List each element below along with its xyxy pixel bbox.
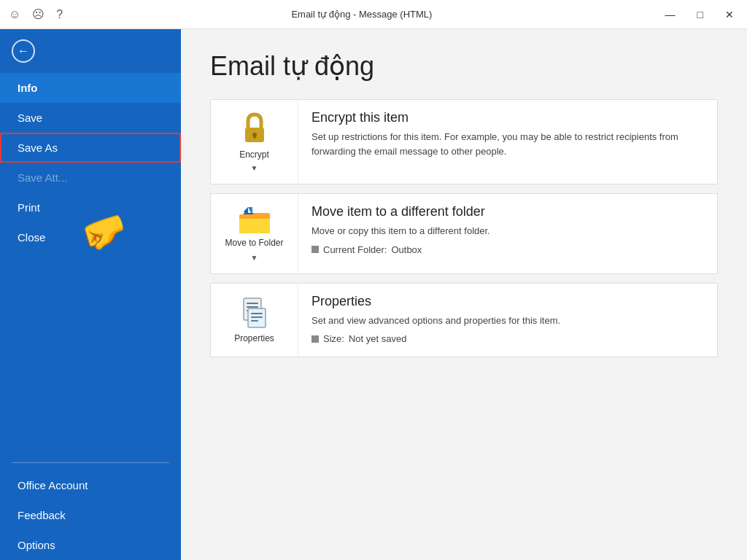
sidebar-item-save-att: Save Att... (0, 163, 181, 192)
svg-rect-8 (247, 306, 258, 308)
size-label: Size: (323, 333, 344, 344)
size-value: Not yet saved (349, 333, 407, 344)
meta-square-icon-2 (311, 335, 319, 343)
move-to-folder-card: Move to Folder ▼ Move item to a differen… (210, 193, 718, 274)
back-circle-icon: ← (12, 39, 35, 63)
sidebar-divider (12, 462, 169, 463)
properties-card-text: Properties Set and view advanced options… (298, 284, 717, 355)
svg-rect-12 (251, 316, 263, 318)
sidebar-item-save[interactable]: Save (0, 103, 181, 133)
sidebar-item-options[interactable]: Options (0, 530, 181, 560)
current-folder-value: Outbox (391, 244, 422, 255)
encrypt-card-text: Encrypt this item Set up restrictions fo… (298, 100, 717, 168)
encrypt-card-description: Set up restrictions for this item. For e… (311, 130, 704, 158)
svg-rect-11 (251, 313, 263, 314)
encrypt-button[interactable]: Encrypt ▼ (211, 100, 298, 184)
meta-square-icon (311, 246, 319, 253)
properties-icon (241, 297, 268, 329)
move-to-folder-card-text: Move item to a different folder Move or … (298, 194, 717, 265)
encrypt-card-title: Encrypt this item (311, 110, 704, 125)
sidebar-item-close[interactable]: Close (0, 222, 181, 252)
close-button[interactable]: ✕ (721, 6, 738, 23)
encrypt-card: Encrypt ▼ Encrypt this item Set up restr… (210, 99, 718, 184)
sidebar-item-print[interactable]: Print (0, 192, 181, 222)
window-controls: — □ ✕ (661, 6, 738, 23)
emoji-sad-icon[interactable]: ☹ (32, 7, 44, 21)
minimize-button[interactable]: — (661, 6, 680, 23)
move-dropdown-arrow: ▼ (251, 254, 258, 262)
properties-card-description: Set and view advanced options and proper… (311, 314, 704, 328)
properties-button[interactable]: Properties (211, 284, 298, 357)
sidebar-item-feedback[interactable]: Feedback (0, 500, 181, 530)
maximize-button[interactable]: □ (693, 6, 708, 23)
properties-card-title: Properties (311, 294, 704, 309)
current-folder-label: Current Folder: (323, 244, 387, 255)
sidebar-bottom: Office Account Feedback Options (0, 455, 181, 560)
sidebar-item-office-account[interactable]: Office Account (0, 470, 181, 500)
title-bar-left-icons: ☺ ☹ ? (9, 7, 63, 21)
sidebar-nav: Info Save Save As Save Att... Print Clos… (0, 73, 181, 252)
content-area: Email tự động Encrypt ▼ Encrypt this ite… (181, 29, 747, 560)
page-title: Email tự động (210, 51, 718, 82)
svg-rect-2 (253, 135, 255, 139)
main-layout: ← Info Save Save As Save Att... Print Cl… (0, 29, 747, 560)
properties-card: Properties Properties Set and view advan… (210, 283, 718, 357)
title-bar: ☺ ☹ ? Email tự động - Message (HTML) — □… (0, 0, 747, 29)
folder-icon (238, 206, 271, 233)
move-to-folder-card-description: Move or copy this item to a different fo… (311, 224, 704, 238)
help-icon[interactable]: ? (56, 8, 63, 21)
encrypt-dropdown-arrow: ▼ (251, 164, 258, 172)
lock-icon (241, 112, 268, 145)
sidebar-item-info[interactable]: Info (0, 73, 181, 103)
back-button[interactable]: ← (0, 29, 181, 73)
properties-meta: Size: Not yet saved (311, 333, 704, 344)
window-title: Email tự động - Message (HTML) (63, 9, 660, 20)
sidebar-item-save-as[interactable]: Save As (0, 133, 181, 163)
move-to-folder-meta: Current Folder: Outbox (311, 244, 704, 255)
svg-rect-7 (247, 303, 258, 304)
sidebar: ← Info Save Save As Save Att... Print Cl… (0, 29, 181, 560)
emoji-happy-icon[interactable]: ☺ (9, 8, 20, 21)
move-to-folder-card-title: Move item to a different folder (311, 204, 704, 219)
svg-rect-13 (251, 320, 258, 322)
move-to-folder-button[interactable]: Move to Folder ▼ (211, 194, 298, 273)
